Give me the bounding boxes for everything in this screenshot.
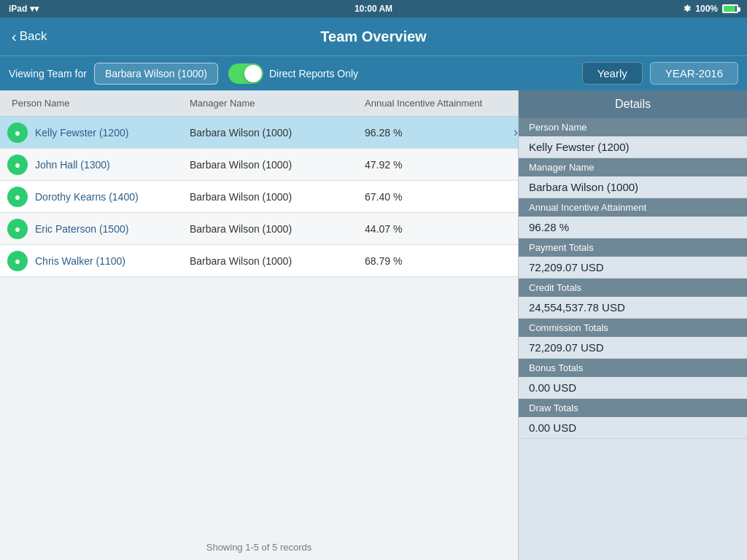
table-area: Person Name Manager Name Annual Incentiv… — [0, 90, 518, 560]
person-icon-glyph: ● — [15, 223, 20, 235]
row-person-2: ● Dorothy Kearns (1400) — [0, 187, 190, 207]
details-header: Details — [519, 90, 747, 118]
table-footer: Showing 1-5 of 5 records — [0, 534, 518, 560]
toggle-knob — [244, 65, 262, 82]
selected-chevron: › — [511, 125, 518, 140]
detail-value-7: 0.00 USD — [519, 417, 747, 439]
back-chevron-icon: ‹ — [12, 28, 17, 45]
status-left: iPad ▾▾ — [9, 4, 39, 14]
person-icon-glyph: ● — [15, 255, 20, 267]
header: ‹ Back Team Overview — [0, 18, 747, 55]
detail-label-5: Commission Totals — [519, 319, 747, 337]
detail-label-2: Annual Incentive Attainment — [519, 198, 747, 217]
table-row[interactable]: ● Eric Paterson (1500) Barbara Wilson (1… — [0, 213, 518, 245]
row-person-1: ● John Hall (1300) — [0, 155, 190, 175]
row-attainment-1: 47.92 % — [365, 159, 518, 171]
row-manager-4: Barbara Wilson (1000) — [190, 255, 365, 267]
person-icon-glyph: ● — [15, 159, 20, 171]
year-button[interactable]: YEAR-2016 — [650, 62, 738, 85]
detail-label-3: Payment Totals — [519, 238, 747, 257]
bluetooth-icon: ✱ — [684, 4, 691, 14]
toolbar: Viewing Team for Barbara Wilson (1000) D… — [0, 55, 747, 90]
detail-label-4: Credit Totals — [519, 279, 747, 297]
status-right: ✱ 100% — [684, 4, 738, 14]
row-person-4: ● Chris Walker (1100) — [0, 251, 190, 271]
detail-label-1: Manager Name — [519, 158, 747, 176]
team-selector-button[interactable]: Barbara Wilson (1000) — [94, 63, 218, 85]
battery-label: 100% — [695, 4, 718, 14]
table-body: ● Kelly Fewster (1200) Barbara Wilson (1… — [0, 117, 518, 534]
person-name-2: Dorothy Kearns (1400) — [35, 191, 139, 203]
yearly-button[interactable]: Yearly — [582, 62, 643, 85]
page-title: Team Overview — [320, 28, 426, 45]
row-person-0: ● Kelly Fewster (1200) — [0, 122, 190, 143]
person-icon-2: ● — [7, 187, 28, 207]
person-icon-glyph: ● — [15, 191, 20, 203]
table-row[interactable]: ● Kelly Fewster (1200) Barbara Wilson (1… — [0, 117, 518, 149]
person-name-0: Kelly Fewster (1200) — [35, 127, 128, 139]
battery-icon — [722, 4, 738, 13]
detail-label-7: Draw Totals — [519, 399, 747, 417]
direct-reports-toggle[interactable] — [228, 63, 263, 84]
row-attainment-2: 67.40 % — [365, 191, 518, 203]
table-row[interactable]: ● Chris Walker (1100) Barbara Wilson (10… — [0, 245, 518, 277]
detail-value-5: 72,209.07 USD — [519, 337, 747, 359]
status-bar: iPad ▾▾ 10:00 AM ✱ 100% — [0, 0, 747, 18]
details-panel: Details Person NameKelly Fewster (1200)M… — [518, 90, 747, 560]
row-attainment-0: 96.28 % — [365, 127, 511, 139]
detail-value-4: 24,554,537.78 USD — [519, 297, 747, 319]
person-icon-3: ● — [7, 219, 28, 239]
detail-value-6: 0.00 USD — [519, 377, 747, 399]
person-name-4: Chris Walker (1100) — [35, 255, 125, 267]
back-label: Back — [20, 29, 47, 44]
person-name-1: John Hall (1300) — [35, 159, 110, 171]
col-header-attainment: Annual Incentive Attainment — [365, 98, 518, 109]
detail-value-3: 72,209.07 USD — [519, 257, 747, 279]
detail-label-0: Person Name — [519, 118, 747, 136]
wifi-icon: ▾▾ — [30, 4, 39, 14]
status-time: 10:00 AM — [355, 4, 392, 14]
col-header-manager: Manager Name — [190, 98, 365, 109]
record-count: Showing 1-5 of 5 records — [206, 542, 312, 553]
table-row[interactable]: ● John Hall (1300) Barbara Wilson (1000)… — [0, 149, 518, 181]
person-name-3: Eric Paterson (1500) — [35, 223, 128, 235]
row-attainment-3: 44.07 % — [365, 223, 518, 235]
row-attainment-4: 68.79 % — [365, 255, 518, 267]
toggle-label: Direct Reports Only — [269, 68, 358, 79]
detail-label-6: Bonus Totals — [519, 359, 747, 377]
person-icon-0: ● — [7, 122, 28, 143]
row-manager-1: Barbara Wilson (1000) — [190, 159, 365, 171]
table-header: Person Name Manager Name Annual Incentiv… — [0, 90, 518, 117]
row-manager-3: Barbara Wilson (1000) — [190, 223, 365, 235]
col-header-person: Person Name — [0, 98, 190, 109]
main-content: Person Name Manager Name Annual Incentiv… — [0, 90, 747, 560]
row-manager-2: Barbara Wilson (1000) — [190, 191, 365, 203]
row-person-3: ● Eric Paterson (1500) — [0, 219, 190, 239]
person-icon-1: ● — [7, 155, 28, 175]
detail-value-1: Barbara Wilson (1000) — [519, 176, 747, 198]
detail-value-0: Kelly Fewster (1200) — [519, 136, 747, 158]
person-icon-glyph: ● — [15, 127, 20, 139]
ipad-label: iPad — [9, 4, 27, 14]
direct-reports-toggle-container: Direct Reports Only — [228, 63, 358, 84]
person-icon-4: ● — [7, 251, 28, 271]
viewing-label: Viewing Team for — [9, 68, 87, 79]
table-row[interactable]: ● Dorothy Kearns (1400) Barbara Wilson (… — [0, 181, 518, 213]
details-fields: Person NameKelly Fewster (1200)Manager N… — [519, 118, 747, 439]
detail-value-2: 96.28 % — [519, 217, 747, 238]
back-button[interactable]: ‹ Back — [12, 28, 47, 45]
row-manager-0: Barbara Wilson (1000) — [190, 127, 365, 139]
